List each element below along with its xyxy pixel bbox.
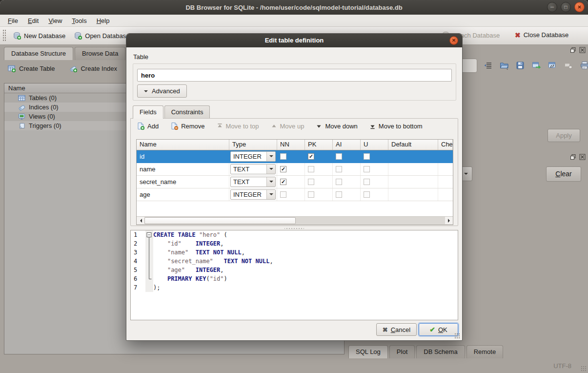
- create-table-button[interactable]: Create Table: [8, 64, 55, 72]
- fold-marker-icon[interactable]: [145, 230, 153, 239]
- field-name-cell[interactable]: name: [137, 163, 229, 175]
- tab-plot[interactable]: Plot: [389, 345, 415, 358]
- type-combobox[interactable]: INTEGER: [230, 151, 276, 162]
- dock-float-button[interactable]: [570, 154, 576, 160]
- field-name-cell[interactable]: id: [137, 150, 229, 163]
- cancel-button[interactable]: ✖ Cancel: [376, 323, 417, 336]
- default-cell[interactable]: [388, 176, 438, 188]
- sql-preview-editor[interactable]: 1 CREATE TABLE "hero" ( 2 "id" INTEGER, …: [130, 230, 458, 320]
- check-cell[interactable]: [438, 176, 453, 188]
- u-checkbox[interactable]: [364, 166, 370, 172]
- apply-button[interactable]: Apply: [547, 129, 580, 142]
- pk-checkbox[interactable]: [308, 166, 314, 172]
- check-cell[interactable]: [438, 188, 453, 201]
- dock-close-button[interactable]: [579, 154, 586, 160]
- tab-database-structure[interactable]: Database Structure: [4, 47, 73, 60]
- type-combobox[interactable]: TEXT: [230, 177, 276, 187]
- menu-item-help[interactable]: Help: [92, 16, 115, 26]
- maximize-button[interactable]: □: [561, 2, 571, 12]
- field-row-age[interactable]: age INTEGER: [137, 188, 453, 201]
- dock-close-button[interactable]: [579, 47, 586, 53]
- pk-checkbox[interactable]: ✓: [308, 153, 314, 160]
- column-header-type[interactable]: Type: [229, 140, 277, 150]
- advanced-toggle-button[interactable]: Advanced: [137, 84, 187, 98]
- field-row-secret_name[interactable]: secret_name TEXT ✓: [137, 176, 453, 188]
- export-icon[interactable]: [532, 61, 542, 71]
- scroll-right-button[interactable]: [445, 217, 453, 224]
- grid-empty-area[interactable]: [137, 201, 453, 216]
- type-combobox[interactable]: INTEGER: [230, 189, 276, 200]
- move-up-button[interactable]: Move up: [271, 123, 304, 130]
- open-database-button[interactable]: Open Database: [70, 29, 134, 42]
- print-icon[interactable]: [580, 61, 588, 71]
- new-database-button[interactable]: New Database: [9, 29, 70, 42]
- nn-checkbox[interactable]: ✓: [280, 179, 286, 185]
- move-down-button[interactable]: Move down: [316, 123, 357, 130]
- u-checkbox[interactable]: [364, 153, 370, 160]
- add-button[interactable]: Add: [137, 122, 159, 130]
- nn-checkbox[interactable]: [280, 191, 286, 198]
- ai-checkbox[interactable]: [336, 191, 342, 198]
- default-cell[interactable]: [388, 150, 438, 163]
- clear-button[interactable]: Clear: [546, 166, 581, 182]
- save-icon[interactable]: [516, 61, 526, 71]
- toolbar-drag-handle[interactable]: [2, 29, 6, 42]
- dialog-tab-fields[interactable]: Fields: [133, 105, 163, 119]
- tab-remote[interactable]: Remote: [466, 345, 504, 358]
- scroll-left-button[interactable]: [137, 217, 144, 224]
- dock-float-button[interactable]: [570, 47, 576, 53]
- close-button[interactable]: ✕: [574, 2, 585, 12]
- field-name-cell[interactable]: secret_name: [137, 176, 229, 188]
- nn-checkbox[interactable]: [280, 153, 286, 160]
- list-icon[interactable]: [484, 61, 493, 71]
- create-index-button[interactable]: Create Index: [69, 64, 117, 72]
- dialog-close-button[interactable]: ✕: [449, 36, 458, 45]
- menu-item-tools[interactable]: Tools: [67, 16, 91, 26]
- column-header-ai[interactable]: AI: [333, 140, 361, 150]
- dialog-tab-constraints[interactable]: Constraints: [164, 105, 210, 118]
- nn-checkbox[interactable]: ✓: [280, 166, 286, 172]
- scrollbar-thumb[interactable]: [144, 217, 296, 224]
- check-cell[interactable]: [438, 163, 453, 175]
- scrollbar-groove[interactable]: [296, 217, 445, 225]
- check-cell[interactable]: [438, 150, 453, 163]
- dialog-titlebar[interactable]: Edit table definition ✕: [126, 34, 462, 47]
- field-name-cell[interactable]: age: [137, 188, 229, 201]
- move-to-top-button[interactable]: Move to top: [217, 123, 259, 130]
- close-database-button[interactable]: ✖ Close Database: [510, 29, 573, 41]
- open-folder-icon[interactable]: [500, 61, 509, 71]
- move-to-bottom-button[interactable]: Move to bottom: [369, 123, 423, 130]
- ai-checkbox[interactable]: [336, 166, 342, 172]
- column-header-u[interactable]: U: [361, 140, 388, 150]
- default-cell[interactable]: [388, 163, 438, 175]
- u-checkbox[interactable]: [364, 191, 370, 198]
- window-resize-grip[interactable]: [581, 366, 587, 372]
- ai-checkbox[interactable]: [336, 179, 342, 185]
- window-titlebar[interactable]: DB Browser for SQLite - /home/user/code/…: [0, 0, 588, 15]
- column-header-name[interactable]: Name: [137, 140, 229, 150]
- ai-checkbox[interactable]: [336, 153, 342, 160]
- tab-browse-data[interactable]: Browse Data: [75, 47, 125, 60]
- field-row-id[interactable]: id INTEGER ✓: [137, 150, 453, 163]
- menu-item-edit[interactable]: Edit: [23, 16, 43, 26]
- menu-item-file[interactable]: File: [3, 16, 23, 26]
- table-name-input[interactable]: [137, 69, 452, 82]
- column-header-default[interactable]: Default: [388, 140, 438, 150]
- link-icon[interactable]: [548, 61, 558, 71]
- pk-checkbox[interactable]: [308, 191, 314, 198]
- column-header-pk[interactable]: PK: [305, 140, 333, 150]
- remove-button[interactable]: Remove: [170, 122, 204, 130]
- dialog-resize-grip[interactable]: [454, 333, 461, 339]
- set-null-icon[interactable]: [564, 61, 574, 71]
- type-combobox[interactable]: TEXT: [230, 164, 276, 174]
- tab-sql-log[interactable]: SQL Log: [348, 345, 388, 358]
- ok-button[interactable]: ✔ OK: [419, 323, 458, 336]
- field-row-name[interactable]: name TEXT ✓: [137, 163, 453, 176]
- tab-db-schema[interactable]: DB Schema: [416, 345, 465, 358]
- column-header-check[interactable]: Check: [438, 140, 453, 150]
- column-header-nn[interactable]: NN: [277, 140, 305, 150]
- pk-checkbox[interactable]: [308, 179, 314, 185]
- menu-item-view[interactable]: View: [43, 16, 67, 26]
- default-cell[interactable]: [388, 188, 438, 201]
- u-checkbox[interactable]: [364, 179, 370, 185]
